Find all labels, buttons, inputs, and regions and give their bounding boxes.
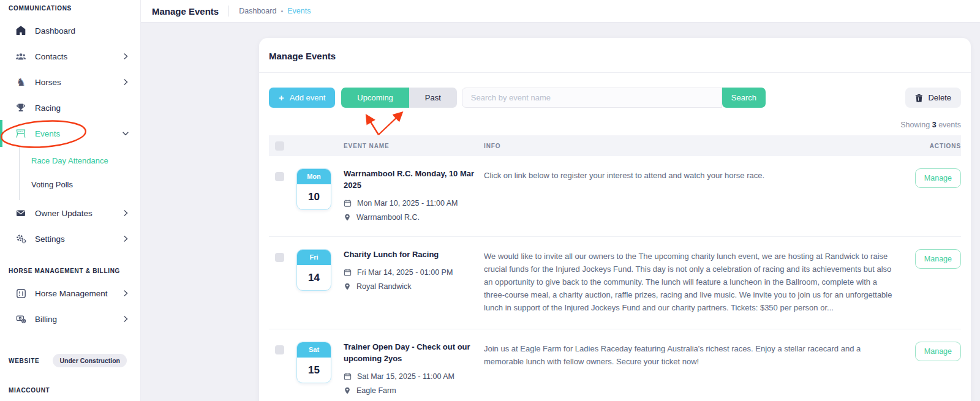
tab-past[interactable]: Past — [409, 88, 457, 108]
topbar: Manage Events Dashboard • Events — [141, 0, 980, 23]
chevron-right-icon — [121, 52, 130, 61]
event-datetime: Fri Mar 14, 2025 - 01:00 PM — [344, 268, 453, 277]
sidebar-section-website: WEBSITE — [9, 358, 39, 364]
event-title: Warrnambool R.C. Monday, 10 Mar 2025 — [344, 168, 477, 192]
plus-icon: + — [279, 92, 284, 103]
table-row: Fri 14 Charity Lunch for Racing Fri Mar … — [269, 237, 961, 329]
calendar-icon — [344, 268, 352, 277]
breadcrumb-separator: • — [281, 7, 283, 15]
breadcrumb: Dashboard • Events — [239, 7, 311, 15]
app-window: COMMUNICATIONS Dashboard Contacts ♞ Hors… — [0, 0, 980, 401]
sidebar-item-race-day-attendance[interactable]: Race Day Attendance — [20, 149, 140, 173]
calendar-badge: Sat 15 — [296, 342, 331, 383]
sidebar-item-billing[interactable]: Billing — [0, 306, 140, 332]
sidebar-item-racing[interactable]: Racing — [0, 95, 140, 121]
add-event-label: Add event — [290, 93, 326, 102]
event-info: Join us at Eagle Farm for Ladies Raceday… — [484, 342, 894, 368]
under-construction-badge: Under Construction — [53, 354, 127, 367]
breadcrumb-events: Events — [287, 7, 311, 15]
breadcrumb-dashboard[interactable]: Dashboard — [239, 7, 276, 15]
topbar-divider — [228, 6, 229, 17]
calendar-icon — [344, 199, 352, 208]
gear-icon — [15, 234, 26, 244]
row-checkbox[interactable] — [275, 253, 284, 262]
event-datetime: Sat Mar 15, 2025 - 11:00 AM — [344, 372, 477, 381]
chevron-right-icon — [121, 234, 130, 243]
search-group: Search — [462, 88, 766, 108]
page-title: Manage Events — [152, 6, 219, 17]
chevron-right-icon — [121, 289, 130, 298]
event-location: Royal Randwick — [344, 282, 453, 291]
sidebar-item-label: Owner Updates — [35, 209, 92, 218]
events-banner-icon — [15, 129, 26, 139]
card-header: Manage Events — [259, 38, 971, 73]
trash-icon — [915, 94, 923, 102]
table-row: Sat 15 Trainer Open Day - Check out our … — [269, 329, 961, 401]
select-all-checkbox[interactable] — [275, 141, 284, 151]
sidebar-item-label: Voting Polls — [31, 180, 73, 189]
sidebar-item-label: Contacts — [35, 52, 67, 61]
chevron-down-icon — [121, 129, 130, 138]
location-pin-icon — [344, 213, 351, 222]
sidebar-item-owner-updates[interactable]: Owner Updates — [0, 200, 140, 226]
header-event-name: EVENT NAME — [291, 143, 484, 149]
event-location: Warrnambool R.C. — [344, 213, 477, 222]
header-info: INFO — [484, 143, 910, 149]
card-title: Manage Events — [269, 51, 336, 61]
sidebar-item-label: Horse Management — [35, 289, 108, 298]
manage-button[interactable]: Manage — [915, 342, 961, 361]
sidebar-section-horse-mgmt: HORSE MANAGEMENT & BILLING — [0, 268, 140, 274]
row-checkbox[interactable] — [275, 172, 284, 181]
location-pin-icon — [344, 386, 351, 395]
calendar-badge: Mon 10 — [296, 168, 331, 210]
sidebar-section-miaccount: MIACCOUNT — [0, 387, 140, 394]
home-icon — [15, 26, 26, 36]
header-actions: ACTIONS — [910, 143, 961, 149]
billing-icon — [15, 314, 26, 324]
main-area: Manage Events Dashboard • Events Manage … — [141, 0, 980, 401]
sidebar-item-settings[interactable]: Settings — [0, 226, 140, 252]
horse-icon: ♞ — [15, 77, 26, 88]
search-button[interactable]: Search — [722, 88, 766, 108]
sidebar-item-horse-management[interactable]: Horse Management — [0, 280, 140, 306]
sidebar-item-horses[interactable]: ♞ Horses — [0, 69, 140, 95]
add-event-button[interactable]: + Add event — [269, 88, 335, 108]
sidebar-item-label: Events — [35, 129, 60, 138]
delete-button[interactable]: Delete — [905, 88, 961, 108]
manage-button[interactable]: Manage — [915, 249, 961, 269]
manage-events-card: Manage Events + Add event Upcoming Past — [259, 38, 971, 401]
sidebar-item-label: Horses — [35, 78, 61, 87]
manage-button[interactable]: Manage — [915, 168, 961, 188]
location-pin-icon — [344, 282, 351, 291]
content-area: Manage Events + Add event Upcoming Past — [141, 23, 980, 401]
row-checkbox[interactable] — [275, 345, 284, 354]
event-location: Eagle Farm — [344, 386, 477, 395]
sidebar-item-voting-polls[interactable]: Voting Polls — [20, 173, 140, 197]
delete-label: Delete — [928, 93, 951, 102]
sidebar-item-label: Racing — [35, 103, 61, 113]
event-info: Click on link below to register your int… — [484, 168, 894, 182]
sidebar-item-label: Billing — [35, 315, 57, 324]
upcoming-past-tabs: Upcoming Past — [341, 88, 457, 108]
sidebar-item-dashboard[interactable]: Dashboard — [0, 18, 140, 43]
event-title: Charity Lunch for Racing — [344, 249, 453, 261]
chevron-right-icon — [121, 209, 130, 217]
stable-icon — [15, 288, 26, 299]
search-input[interactable] — [462, 88, 722, 108]
showing-count: Showing 3 events — [269, 121, 961, 129]
trophy-icon — [15, 103, 26, 113]
sidebar: COMMUNICATIONS Dashboard Contacts ♞ Hors… — [0, 0, 141, 401]
calendar-icon — [344, 372, 352, 381]
contacts-icon — [15, 51, 26, 62]
sidebar-item-events[interactable]: Events — [0, 121, 140, 146]
tab-upcoming[interactable]: Upcoming — [341, 88, 409, 108]
chevron-right-icon — [121, 315, 130, 323]
table-header: EVENT NAME INFO ACTIONS — [269, 135, 961, 156]
sidebar-item-label: Dashboard — [35, 26, 75, 36]
sidebar-item-label: Settings — [35, 234, 65, 244]
envelope-icon — [15, 208, 26, 219]
sidebar-item-label: Race Day Attendance — [31, 156, 108, 165]
chevron-right-icon — [121, 78, 130, 86]
sidebar-section-communications: COMMUNICATIONS — [0, 5, 140, 12]
sidebar-item-contacts[interactable]: Contacts — [0, 43, 140, 69]
